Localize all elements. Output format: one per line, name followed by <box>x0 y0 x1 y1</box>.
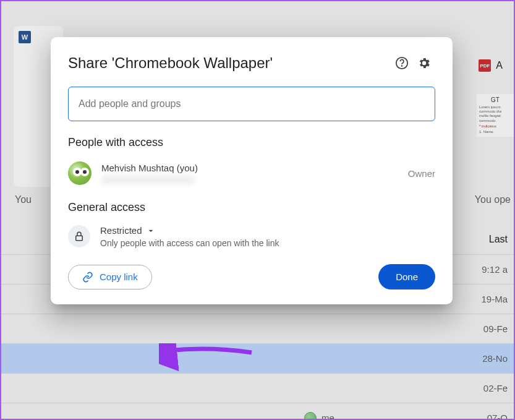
share-dialog: Share 'Chromebook Wallpaper' People with… <box>51 37 453 304</box>
bg-you-label: You <box>15 194 32 205</box>
bg-row: 09-Fe <box>1 314 514 344</box>
lock-icon <box>74 231 85 242</box>
access-dropdown[interactable]: Restricted <box>100 225 435 236</box>
copy-link-button[interactable]: Copy link <box>68 265 152 289</box>
people-section-title: People with access <box>68 136 435 149</box>
add-people-input[interactable] <box>68 87 435 121</box>
bg-row-selected: 28-No <box>1 344 514 374</box>
access-description: Only people with access can open with th… <box>100 238 435 248</box>
help-button[interactable] <box>391 52 413 74</box>
copy-link-label: Copy link <box>100 272 138 282</box>
svg-point-1 <box>402 66 402 66</box>
link-icon <box>82 272 93 283</box>
bg-row: me 07-O <box>1 403 514 420</box>
gear-icon <box>417 56 431 70</box>
person-email-blurred <box>101 176 194 184</box>
user-avatar <box>68 161 92 185</box>
bg-row: 02-Fe <box>1 374 514 403</box>
bg-you-opened-label: You ope <box>475 194 511 205</box>
general-access-title: General access <box>68 201 435 214</box>
svg-rect-2 <box>76 236 83 241</box>
owner-avatar-icon <box>304 412 317 421</box>
pdf-file-icon: PDF <box>479 59 491 72</box>
doc-thumbnail: GT Lorem ipsumcommodo diamollis feugiatc… <box>477 94 514 137</box>
person-role: Owner <box>408 168 435 179</box>
access-icon-circle <box>68 225 90 247</box>
word-file-icon: W <box>19 31 31 43</box>
settings-button[interactable] <box>413 52 435 74</box>
bg-pdf-label: A <box>496 60 503 71</box>
caret-down-icon <box>146 226 156 236</box>
access-label-text: Restricted <box>100 225 142 236</box>
person-name: Mehvish Mushtaq (you) <box>101 163 408 173</box>
help-icon <box>395 56 409 70</box>
dialog-title: Share 'Chromebook Wallpaper' <box>68 54 391 72</box>
done-button[interactable]: Done <box>378 264 435 289</box>
person-row: Mehvish Mushtaq (you) Owner <box>68 156 435 190</box>
